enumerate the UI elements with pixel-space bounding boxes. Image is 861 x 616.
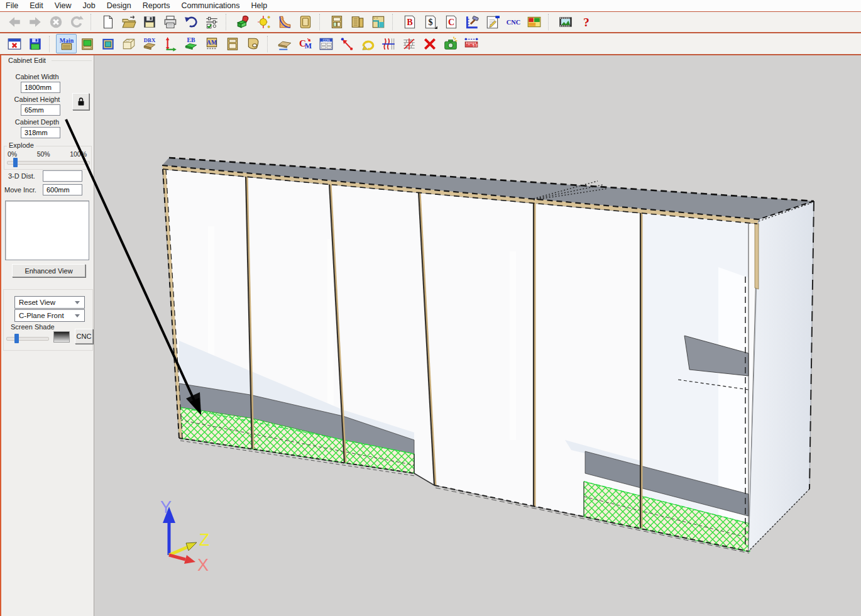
menu-view[interactable]: View — [49, 0, 77, 11]
edgeband-icon: EB — [184, 36, 199, 52]
toolbar-separator — [49, 36, 53, 52]
screen-shade-label: Screen Shade — [9, 323, 57, 331]
construction-settings-button[interactable]: CON — [315, 34, 336, 53]
c-plane-select[interactable]: C-Plane Front — [14, 309, 85, 322]
move-incr-input[interactable] — [43, 184, 82, 195]
menu-reports[interactable]: Reports — [137, 0, 176, 11]
viewport-3d[interactable]: Y Z X — [94, 55, 861, 616]
screen-shade-slider[interactable] — [6, 337, 49, 341]
help-button[interactable]: ? — [576, 13, 596, 32]
lock-icon — [75, 96, 87, 107]
cabinet-width-input[interactable] — [21, 82, 60, 93]
cabinet-elevation-icon — [329, 14, 344, 30]
cabinet-elevation-button[interactable] — [326, 13, 347, 32]
cabinet-exterior-button[interactable] — [77, 34, 97, 53]
board-stock-icon — [277, 36, 292, 52]
menu-edit[interactable]: Edit — [24, 0, 49, 11]
delete-button[interactable] — [419, 34, 440, 53]
delete-icon — [422, 36, 437, 52]
forward-button[interactable] — [25, 13, 45, 32]
back-button[interactable] — [4, 13, 25, 32]
save-cabinet-button[interactable] — [25, 34, 45, 53]
explode-tick-0: 0% — [8, 150, 17, 158]
print-icon — [163, 14, 178, 30]
reset-view-value: Reset View — [19, 299, 55, 306]
assembly-button[interactable] — [253, 13, 274, 32]
pricing-document-button[interactable]: $ — [420, 13, 441, 32]
menu-communications[interactable]: Communications — [175, 0, 245, 11]
cabinet-interior-button[interactable] — [97, 34, 118, 53]
explode-slider-thumb[interactable] — [13, 158, 18, 167]
toolbar-separator — [267, 36, 271, 52]
rotate-button[interactable] — [357, 34, 378, 53]
menu-job[interactable]: Job — [77, 0, 101, 11]
materials-button[interactable] — [233, 13, 253, 32]
move-point-button[interactable] — [336, 34, 357, 53]
bid-document-button[interactable]: B — [399, 13, 420, 32]
lock-height-button[interactable] — [72, 93, 89, 110]
cabinet-height-input[interactable] — [21, 104, 60, 116]
explode-slider[interactable] — [7, 161, 90, 165]
menu-design[interactable]: Design — [101, 0, 137, 11]
section-arrows-button[interactable] — [160, 34, 180, 53]
toolbar-separator — [548, 14, 552, 30]
panel-optimizer-icon — [527, 14, 542, 30]
cabinet-depth-input[interactable] — [21, 127, 60, 138]
enhanced-view-button[interactable]: Enhanced View — [12, 264, 85, 277]
part-listbox[interactable] — [5, 201, 89, 260]
screen-shade-slider-thumb[interactable] — [14, 334, 19, 343]
eb-glyph: EB — [187, 36, 195, 43]
undo-icon — [184, 14, 199, 30]
stop-button[interactable] — [45, 13, 66, 32]
panel-title-rule — [52, 60, 92, 61]
rails-button[interactable] — [378, 34, 398, 53]
measure-tools-icon — [464, 14, 480, 30]
display-options-button[interactable] — [201, 13, 222, 32]
face-divisions-button[interactable] — [222, 34, 243, 53]
wall-grid-button[interactable] — [398, 34, 419, 53]
application-window: File Edit View Job Design Reports Commun… — [0, 0, 861, 616]
snapshot-button[interactable] — [440, 34, 461, 53]
reset-view-select[interactable]: Reset View — [14, 296, 85, 309]
cabinet-model[interactable] — [162, 158, 814, 553]
close-view-button[interactable] — [4, 34, 25, 53]
main-glyph: Main — [59, 36, 74, 43]
print-button[interactable] — [160, 13, 180, 32]
drawer-box-icon — [121, 36, 136, 52]
y-axis-label: Y — [160, 498, 172, 517]
cnc-glyph: CNC — [506, 19, 520, 26]
presentation-button[interactable] — [555, 13, 576, 32]
report-editor-button[interactable] — [482, 13, 503, 32]
panel-optimizer-button[interactable] — [524, 13, 544, 32]
edgeband-button[interactable]: EB — [180, 34, 201, 53]
door-style-button[interactable] — [295, 13, 315, 32]
save-button[interactable] — [139, 13, 160, 32]
custom-machining-button[interactable]: CM — [295, 34, 315, 53]
toolbar-separator — [319, 14, 324, 30]
drawer-box-button[interactable] — [118, 34, 139, 53]
section-arrows-icon — [163, 36, 178, 52]
refresh-button[interactable] — [66, 13, 87, 32]
cnc-panel-button[interactable]: CNC — [75, 329, 93, 344]
shaped-part-button[interactable] — [243, 34, 263, 53]
cnc-button[interactable]: CNC — [503, 13, 524, 32]
board-stock-button[interactable] — [274, 34, 295, 53]
new-document-button[interactable] — [97, 13, 118, 32]
cutlist-document-button[interactable]: C — [441, 13, 461, 32]
dist-3d-input[interactable] — [43, 170, 82, 182]
back-icon — [7, 14, 22, 30]
open-job-button[interactable] — [118, 13, 139, 32]
room-plan-button[interactable] — [347, 13, 368, 32]
molding-profile-button[interactable] — [274, 13, 295, 32]
dimension-ruler-button[interactable]: 1 2 — [461, 34, 481, 53]
undo-button[interactable] — [180, 13, 201, 32]
auto-machining-button[interactable]: AM — [201, 34, 222, 53]
floor-plan-button[interactable] — [368, 13, 388, 32]
menu-help[interactable]: Help — [246, 0, 273, 11]
main-view-button[interactable]: Main — [56, 34, 77, 53]
chevron-down-icon — [75, 314, 80, 317]
measure-tools-button[interactable] — [461, 13, 482, 32]
dbx-drawer-button[interactable]: DBX — [139, 34, 160, 53]
menu-file[interactable]: File — [0, 0, 24, 11]
shade-preview — [53, 331, 70, 343]
